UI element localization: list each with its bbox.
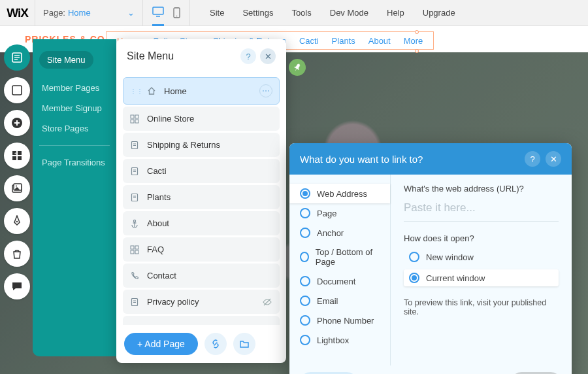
help-icon[interactable]: ? <box>525 151 540 167</box>
resize-handle[interactable] <box>415 49 419 53</box>
dialog-title: What do you want to link to? <box>300 154 423 165</box>
page-selector[interactable]: Page: Home ⌄ <box>35 0 143 26</box>
menu-item-label: Cacti <box>147 166 167 176</box>
page-name: Home <box>68 8 91 18</box>
chat-icon[interactable] <box>4 273 30 299</box>
sidepanel-store-pages[interactable]: Store Pages <box>39 118 110 139</box>
link-type-label: Top / Bottom of Page <box>316 247 380 267</box>
radio-icon <box>300 335 310 345</box>
link-type-phone-number[interactable]: Phone Number <box>289 311 390 330</box>
svg-rect-24 <box>135 120 139 123</box>
link-type-label: Email <box>317 296 338 306</box>
menu-item-privacy-policy[interactable]: Privacy policy <box>123 290 280 314</box>
anchor-icon <box>130 219 140 228</box>
site-menu-panel: Site Menu ? ✕ ⋮⋮Home⋯Online StoreShippin… <box>116 39 286 363</box>
pages-sidepanel: Site Menu Member Pages Member Signup Sto… <box>33 39 116 356</box>
radio-icon <box>300 276 310 286</box>
mobile-icon[interactable] <box>173 7 180 18</box>
sidepanel-member-pages[interactable]: Member Pages <box>39 78 110 98</box>
menu-help[interactable]: Help <box>387 8 404 18</box>
link-dialog: What do you want to link to? ? ✕ Web Add… <box>289 143 572 374</box>
nav-about[interactable]: About <box>362 36 397 46</box>
radio-icon <box>300 252 309 262</box>
media-icon[interactable] <box>4 175 30 201</box>
pen-icon[interactable] <box>4 208 30 234</box>
add-icon[interactable] <box>4 110 30 136</box>
close-icon[interactable]: ✕ <box>546 151 561 167</box>
menu-item-faq[interactable]: FAQ <box>123 237 280 262</box>
menu-item-home[interactable]: ⋮⋮Home⋯ <box>123 77 280 105</box>
radio-icon <box>300 315 310 326</box>
link-type-label: Lightbox <box>317 335 349 345</box>
link-type-document[interactable]: Document <box>289 271 390 291</box>
svg-rect-8 <box>12 86 22 95</box>
doc-icon <box>130 298 140 307</box>
menu-item-about[interactable]: About <box>123 211 280 235</box>
menu-item-label: Plants <box>147 192 171 202</box>
svg-rect-14 <box>12 156 16 160</box>
help-icon[interactable]: ? <box>240 48 256 64</box>
more-icon[interactable]: ⋯ <box>259 84 272 97</box>
folder-icon[interactable] <box>233 333 255 355</box>
background-icon[interactable] <box>4 77 30 103</box>
doc-icon <box>130 167 140 176</box>
menu-settings[interactable]: Settings <box>242 8 273 18</box>
menu-item-shipping-returns[interactable]: Shipping & Returns <box>123 133 280 157</box>
link-type-label: Page <box>317 209 336 218</box>
link-type-lightbox[interactable]: Lightbox <box>289 330 390 350</box>
nav-more[interactable]: More <box>397 36 430 46</box>
add-page-button[interactable]: + Add Page <box>124 333 198 355</box>
svg-point-19 <box>16 186 17 187</box>
radio-icon <box>300 188 310 199</box>
menu-item-contact[interactable]: Contact <box>123 264 280 288</box>
open-option-new-window[interactable]: New window <box>404 248 559 265</box>
menu-upgrade[interactable]: Upgrade <box>423 8 455 18</box>
menu-item-plants[interactable]: Plants <box>123 185 280 209</box>
link-type-label: Anchor <box>317 228 344 238</box>
link-type-label: Phone Number <box>317 316 374 326</box>
svg-rect-13 <box>18 151 22 155</box>
menu-item-online-store[interactable]: Online Store <box>123 107 280 131</box>
sidepanel-transitions[interactable]: Page Transitions <box>39 152 110 173</box>
wix-logo[interactable]: WiX <box>0 0 35 26</box>
link-type-email[interactable]: Email <box>289 291 390 311</box>
svg-rect-39 <box>131 250 134 254</box>
doc-icon <box>130 141 140 150</box>
radio-icon <box>409 252 419 262</box>
menu-item-label: Home <box>164 86 187 96</box>
pages-icon[interactable] <box>4 44 30 71</box>
link-type-anchor[interactable]: Anchor <box>289 223 390 243</box>
link-icon[interactable] <box>204 333 227 355</box>
nav-plants[interactable]: Plants <box>325 36 362 46</box>
store-icon[interactable] <box>4 241 30 267</box>
svg-point-34 <box>133 220 135 222</box>
close-icon[interactable]: ✕ <box>260 48 276 64</box>
resize-handle[interactable] <box>415 30 419 34</box>
menu-item-label: Online Store <box>147 114 194 124</box>
link-type-top-bottom-of-page[interactable]: Top / Bottom of Page <box>289 243 390 271</box>
chevron-down-icon: ⌄ <box>127 8 135 18</box>
sidepanel-active[interactable]: Site Menu <box>39 51 93 69</box>
open-option-current-window[interactable]: Current window <box>404 269 559 286</box>
open-question: How does it open? <box>404 233 559 243</box>
menu-item-label: About <box>147 218 169 228</box>
menu-item-shop[interactable]: Shop <box>123 316 280 325</box>
top-menu: Site Settings Tools Dev Mode Help Upgrad… <box>210 0 455 26</box>
doc-icon <box>130 193 140 202</box>
top-bar: WiX Page: Home ⌄ Site Settings Tools Dev… <box>0 0 588 26</box>
menu-item-cacti[interactable]: Cacti <box>123 159 280 183</box>
radio-icon <box>300 228 310 238</box>
desktop-icon[interactable] <box>152 0 164 26</box>
svg-rect-38 <box>135 246 139 249</box>
link-type-page[interactable]: Page <box>289 203 390 223</box>
menu-site[interactable]: Site <box>210 8 224 18</box>
menu-item-label: Shipping & Returns <box>147 140 220 150</box>
link-type-web-address[interactable]: Web Address <box>289 184 390 203</box>
sidepanel-member-signup[interactable]: Member Signup <box>39 98 110 118</box>
menu-devmode[interactable]: Dev Mode <box>330 8 368 18</box>
menu-item-label: Privacy policy <box>147 297 199 307</box>
menu-tools[interactable]: Tools <box>291 8 311 18</box>
nav-cacti[interactable]: Cacti <box>293 36 325 46</box>
apps-icon[interactable]: + <box>4 143 30 169</box>
url-input[interactable]: Paste it here... <box>404 199 559 222</box>
